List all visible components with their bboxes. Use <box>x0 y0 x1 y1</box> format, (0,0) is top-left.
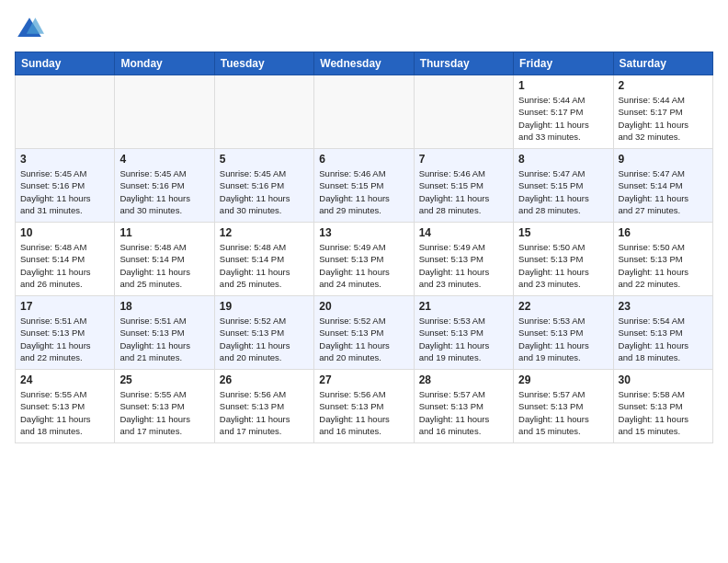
day-number: 17 <box>20 300 109 313</box>
day-number: 30 <box>619 373 708 386</box>
weekday-header-wednesday: Wednesday <box>314 52 414 75</box>
day-info: Sunrise: 5:44 AM Sunset: 5:17 PM Dayligh… <box>619 94 708 143</box>
day-number: 20 <box>319 300 408 313</box>
day-info: Sunrise: 5:44 AM Sunset: 5:17 PM Dayligh… <box>518 94 608 143</box>
day-info: Sunrise: 5:49 AM Sunset: 5:13 PM Dayligh… <box>319 241 408 290</box>
calendar-day-cell: 15Sunrise: 5:50 AM Sunset: 5:13 PM Dayli… <box>514 223 613 296</box>
calendar-day-cell: 25Sunrise: 5:55 AM Sunset: 5:13 PM Dayli… <box>115 370 214 443</box>
calendar-day-cell: 8Sunrise: 5:47 AM Sunset: 5:15 PM Daylig… <box>514 149 613 223</box>
calendar-week-row: 10Sunrise: 5:48 AM Sunset: 5:14 PM Dayli… <box>16 223 713 296</box>
calendar-day-cell: 5Sunrise: 5:45 AM Sunset: 5:16 PM Daylig… <box>214 149 313 223</box>
day-number: 5 <box>220 153 309 166</box>
day-number: 6 <box>319 153 408 166</box>
calendar-day-cell <box>16 75 115 149</box>
day-info: Sunrise: 5:53 AM Sunset: 5:13 PM Dayligh… <box>518 315 608 363</box>
calendar-day-cell: 20Sunrise: 5:52 AM Sunset: 5:13 PM Dayli… <box>314 296 414 370</box>
calendar-day-cell: 14Sunrise: 5:49 AM Sunset: 5:13 PM Dayli… <box>414 223 513 296</box>
calendar-week-row: 1Sunrise: 5:44 AM Sunset: 5:17 PM Daylig… <box>16 75 713 149</box>
day-info: Sunrise: 5:50 AM Sunset: 5:13 PM Dayligh… <box>619 241 708 290</box>
calendar-day-cell <box>115 75 214 149</box>
day-number: 19 <box>220 300 309 313</box>
calendar-day-cell <box>414 75 513 149</box>
day-info: Sunrise: 5:51 AM Sunset: 5:13 PM Dayligh… <box>20 315 109 363</box>
weekday-header-row: SundayMondayTuesdayWednesdayThursdayFrid… <box>16 52 713 75</box>
calendar-table: SundayMondayTuesdayWednesdayThursdayFrid… <box>15 52 713 443</box>
day-info: Sunrise: 5:53 AM Sunset: 5:13 PM Dayligh… <box>419 315 508 363</box>
calendar-day-cell: 30Sunrise: 5:58 AM Sunset: 5:13 PM Dayli… <box>613 370 712 443</box>
day-info: Sunrise: 5:47 AM Sunset: 5:15 PM Dayligh… <box>518 167 608 216</box>
day-number: 21 <box>419 300 508 313</box>
day-number: 18 <box>119 300 209 313</box>
day-number: 23 <box>619 300 708 313</box>
day-number: 13 <box>319 226 408 239</box>
day-number: 27 <box>319 373 408 386</box>
calendar-day-cell: 3Sunrise: 5:45 AM Sunset: 5:16 PM Daylig… <box>16 149 115 223</box>
calendar-week-row: 24Sunrise: 5:55 AM Sunset: 5:13 PM Dayli… <box>16 370 713 443</box>
day-info: Sunrise: 5:52 AM Sunset: 5:13 PM Dayligh… <box>319 315 408 363</box>
day-info: Sunrise: 5:57 AM Sunset: 5:13 PM Dayligh… <box>518 388 608 437</box>
day-info: Sunrise: 5:45 AM Sunset: 5:16 PM Dayligh… <box>20 167 109 216</box>
day-info: Sunrise: 5:50 AM Sunset: 5:13 PM Dayligh… <box>518 241 608 290</box>
day-number: 22 <box>518 300 608 313</box>
day-number: 10 <box>20 226 109 239</box>
day-number: 3 <box>20 153 109 166</box>
day-number: 4 <box>119 153 209 166</box>
calendar-day-cell: 22Sunrise: 5:53 AM Sunset: 5:13 PM Dayli… <box>514 296 613 370</box>
calendar-day-cell: 24Sunrise: 5:55 AM Sunset: 5:13 PM Dayli… <box>16 370 115 443</box>
day-number: 7 <box>419 153 508 166</box>
calendar-day-cell: 13Sunrise: 5:49 AM Sunset: 5:13 PM Dayli… <box>314 223 414 296</box>
day-number: 29 <box>518 373 608 386</box>
day-number: 28 <box>419 373 508 386</box>
day-info: Sunrise: 5:58 AM Sunset: 5:13 PM Dayligh… <box>619 388 708 437</box>
calendar-day-cell: 10Sunrise: 5:48 AM Sunset: 5:14 PM Dayli… <box>16 223 115 296</box>
weekday-header-sunday: Sunday <box>16 52 115 75</box>
calendar-day-cell: 2Sunrise: 5:44 AM Sunset: 5:17 PM Daylig… <box>613 75 712 149</box>
day-number: 8 <box>518 153 608 166</box>
day-info: Sunrise: 5:48 AM Sunset: 5:14 PM Dayligh… <box>20 241 109 290</box>
calendar-day-cell: 26Sunrise: 5:56 AM Sunset: 5:13 PM Dayli… <box>214 370 313 443</box>
day-number: 16 <box>619 226 708 239</box>
day-info: Sunrise: 5:57 AM Sunset: 5:13 PM Dayligh… <box>419 388 508 437</box>
day-number: 14 <box>419 226 508 239</box>
calendar-day-cell <box>314 75 414 149</box>
day-number: 9 <box>619 153 708 166</box>
calendar-week-row: 17Sunrise: 5:51 AM Sunset: 5:13 PM Dayli… <box>16 296 713 370</box>
calendar-week-row: 3Sunrise: 5:45 AM Sunset: 5:16 PM Daylig… <box>16 149 713 223</box>
day-info: Sunrise: 5:45 AM Sunset: 5:16 PM Dayligh… <box>220 167 309 216</box>
day-info: Sunrise: 5:49 AM Sunset: 5:13 PM Dayligh… <box>419 241 508 290</box>
day-info: Sunrise: 5:48 AM Sunset: 5:14 PM Dayligh… <box>220 241 309 290</box>
weekday-header-thursday: Thursday <box>414 52 513 75</box>
day-info: Sunrise: 5:55 AM Sunset: 5:13 PM Dayligh… <box>119 388 209 437</box>
day-info: Sunrise: 5:51 AM Sunset: 5:13 PM Dayligh… <box>119 315 209 363</box>
day-info: Sunrise: 5:52 AM Sunset: 5:13 PM Dayligh… <box>220 315 309 363</box>
day-info: Sunrise: 5:48 AM Sunset: 5:14 PM Dayligh… <box>119 241 209 290</box>
weekday-header-monday: Monday <box>115 52 214 75</box>
calendar-day-cell: 12Sunrise: 5:48 AM Sunset: 5:14 PM Dayli… <box>214 223 313 296</box>
day-number: 1 <box>518 79 608 92</box>
day-number: 25 <box>119 373 209 386</box>
calendar-day-cell: 18Sunrise: 5:51 AM Sunset: 5:13 PM Dayli… <box>115 296 214 370</box>
day-number: 15 <box>518 226 608 239</box>
day-info: Sunrise: 5:56 AM Sunset: 5:13 PM Dayligh… <box>319 388 408 437</box>
calendar-day-cell: 11Sunrise: 5:48 AM Sunset: 5:14 PM Dayli… <box>115 223 214 296</box>
day-number: 26 <box>220 373 309 386</box>
calendar-day-cell: 27Sunrise: 5:56 AM Sunset: 5:13 PM Dayli… <box>314 370 414 443</box>
weekday-header-friday: Friday <box>514 52 613 75</box>
logo <box>15 15 48 44</box>
calendar-day-cell: 4Sunrise: 5:45 AM Sunset: 5:16 PM Daylig… <box>115 149 214 223</box>
day-number: 12 <box>220 226 309 239</box>
calendar-day-cell: 17Sunrise: 5:51 AM Sunset: 5:13 PM Dayli… <box>16 296 115 370</box>
calendar-day-cell: 1Sunrise: 5:44 AM Sunset: 5:17 PM Daylig… <box>514 75 613 149</box>
weekday-header-tuesday: Tuesday <box>214 52 313 75</box>
calendar-day-cell: 7Sunrise: 5:46 AM Sunset: 5:15 PM Daylig… <box>414 149 513 223</box>
day-info: Sunrise: 5:56 AM Sunset: 5:13 PM Dayligh… <box>220 388 309 437</box>
calendar-day-cell: 28Sunrise: 5:57 AM Sunset: 5:13 PM Dayli… <box>414 370 513 443</box>
day-number: 24 <box>20 373 109 386</box>
day-number: 11 <box>119 226 209 239</box>
calendar-day-cell: 16Sunrise: 5:50 AM Sunset: 5:13 PM Dayli… <box>613 223 712 296</box>
day-number: 2 <box>619 79 708 92</box>
day-info: Sunrise: 5:46 AM Sunset: 5:15 PM Dayligh… <box>319 167 408 216</box>
calendar-day-cell: 6Sunrise: 5:46 AM Sunset: 5:15 PM Daylig… <box>314 149 414 223</box>
day-info: Sunrise: 5:47 AM Sunset: 5:14 PM Dayligh… <box>619 167 708 216</box>
weekday-header-saturday: Saturday <box>613 52 712 75</box>
